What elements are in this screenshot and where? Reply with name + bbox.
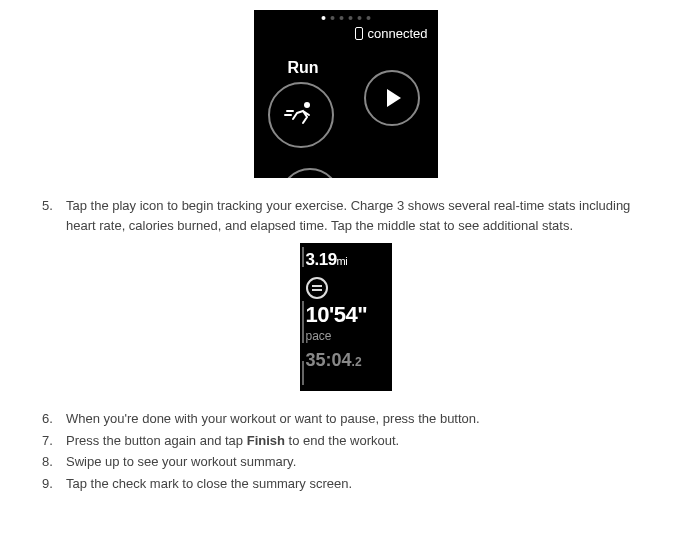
- stat-elapsed-time: 35:04.2: [306, 347, 386, 374]
- stat-pace-value: 10'54": [306, 303, 386, 327]
- exercise-mode-icon-circle: [268, 82, 334, 148]
- connected-label: connected: [368, 24, 428, 44]
- watch-screen-run: connected Run: [254, 10, 438, 178]
- device-screenshot-run: connected Run: [40, 10, 651, 178]
- step-8: Swipe up to see your workout summary.: [40, 452, 651, 472]
- instruction-list: Tap the play icon to begin tracking your…: [40, 196, 651, 235]
- stat-distance: 3.19mi: [306, 247, 386, 273]
- watch-screen-stats: 3.19mi 10'54" pace 35:04.2: [300, 243, 392, 391]
- runner-icon: [283, 97, 319, 133]
- stat-pace-label: pace: [306, 327, 386, 345]
- next-mode-peek: [280, 168, 340, 178]
- exercise-mode-label: Run: [288, 56, 319, 80]
- stat-lap-icon: [306, 277, 328, 299]
- play-icon: [387, 89, 401, 107]
- step-7: Press the button again and tap Finish to…: [40, 431, 651, 451]
- pager-dots: [321, 16, 370, 20]
- step-6: When you're done with your workout or wa…: [40, 409, 651, 429]
- play-button: [364, 70, 420, 126]
- connected-status: connected: [355, 24, 428, 44]
- phone-icon: [355, 27, 363, 40]
- device-screenshot-stats: 3.19mi 10'54" pace 35:04.2: [40, 243, 651, 391]
- instruction-list-cont: When you're done with your workout or wa…: [40, 409, 651, 493]
- step-5: Tap the play icon to begin tracking your…: [40, 196, 651, 235]
- step-9: Tap the check mark to close the summary …: [40, 474, 651, 494]
- svg-point-0: [304, 102, 310, 108]
